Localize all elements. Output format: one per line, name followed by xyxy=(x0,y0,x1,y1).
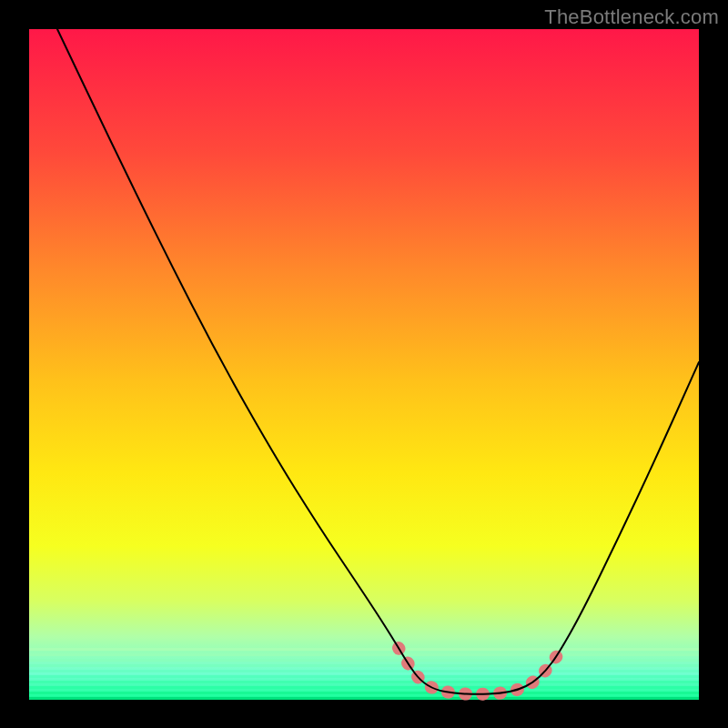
bottom-stripe xyxy=(29,670,699,672)
gradient-background xyxy=(29,29,699,700)
bottom-stripe xyxy=(29,692,699,694)
bottom-stripe xyxy=(29,664,699,667)
bottom-stripe xyxy=(29,675,699,678)
bottom-stripe xyxy=(29,653,699,656)
chart-stage: TheBottleneck.com xyxy=(0,0,728,728)
bottom-stripe xyxy=(29,686,699,689)
bottom-stripe xyxy=(29,681,699,683)
bottom-stripe xyxy=(29,697,699,700)
bottom-stripe xyxy=(29,659,699,662)
bottleneck-chart xyxy=(0,0,728,728)
bottom-stripe xyxy=(29,648,699,651)
watermark-label: TheBottleneck.com xyxy=(544,5,719,29)
